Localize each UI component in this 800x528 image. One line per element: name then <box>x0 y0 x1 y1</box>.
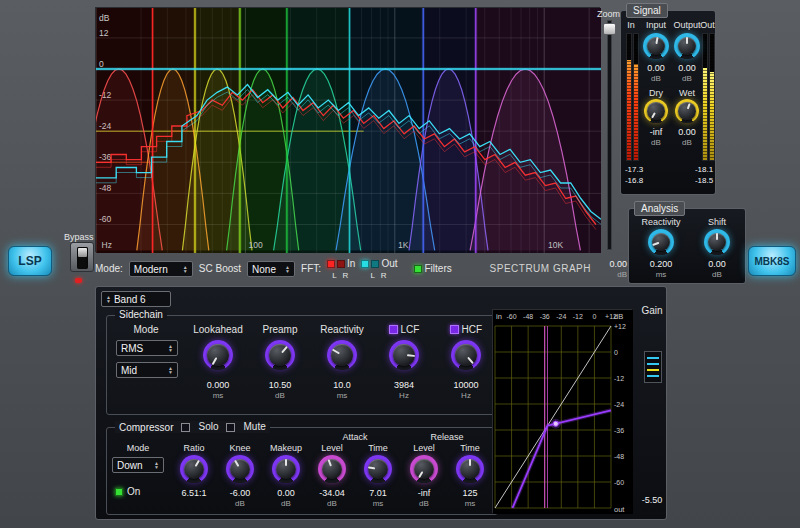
preamp-knob[interactable] <box>265 340 295 370</box>
spectrum-graph-title: SPECTRUM GRAPH <box>490 263 591 275</box>
band-gain-label: Gain <box>636 305 668 317</box>
mode-label: Mode: <box>95 263 123 275</box>
analysis-panel: Analysis Reactivity Shift 0.200ms 0.00dB <box>628 208 746 284</box>
output-gain-knob[interactable] <box>674 33 700 59</box>
compressor-group: Compressor Solo Mute Attack Release Mode… <box>106 427 498 515</box>
compressor-on-led[interactable] <box>115 488 123 496</box>
release-time-label: Time <box>447 442 493 454</box>
spectrum-panel: 120-12-24-36-48-60dBHz1001K10K <box>95 7 600 252</box>
release-level-label: Level <box>401 442 447 454</box>
compressor-mode-select[interactable]: Down ▲▼ <box>112 457 164 473</box>
hcf-knob[interactable] <box>451 340 481 370</box>
gain-fader-tick <box>647 363 659 365</box>
input-label: Input <box>641 19 671 31</box>
sidechain-mode-label: Mode <box>113 324 179 336</box>
release-time-knob[interactable] <box>456 455 484 483</box>
out-label: Out <box>698 19 717 31</box>
wet-knob[interactable] <box>675 99 699 123</box>
band-panel: ▲▼ Band 6 Sidechain Mode RMS ▲▼ Mid ▲▼ L… <box>95 286 667 520</box>
filters-led[interactable] <box>414 265 422 273</box>
lcf-knob[interactable] <box>389 340 419 370</box>
zoom-label: Zoom <box>597 8 620 20</box>
band-selector[interactable]: ▲▼ Band 6 <box>101 291 171 307</box>
svg-text:+12: +12 <box>614 323 626 330</box>
preamp-label: Preamp <box>249 324 311 336</box>
wet-label: Wet <box>672 87 702 99</box>
output-meter-right <box>709 33 715 161</box>
bypass-switch[interactable] <box>70 242 94 272</box>
makeup-knob[interactable] <box>272 455 300 483</box>
svg-text:-12: -12 <box>573 313 583 320</box>
zoom-slider-track <box>607 20 612 250</box>
preamp-value: 10.50dB <box>255 380 305 400</box>
band-gain-value: -5.50 <box>634 495 670 506</box>
dry-knob[interactable] <box>644 99 668 123</box>
fft-out-group: Out L R <box>361 258 397 280</box>
attack-level-knob[interactable] <box>318 455 346 483</box>
lcf-checkbox[interactable] <box>389 325 398 334</box>
release-level-value: -infdB <box>401 488 447 508</box>
analysis-reactivity-knob[interactable] <box>648 229 674 255</box>
knee-knob[interactable] <box>226 455 254 483</box>
fft-out-right-led[interactable] <box>371 260 379 268</box>
solo-label: Solo <box>198 421 218 433</box>
compressor-mode-value: Down <box>117 460 143 471</box>
attack-time-knob[interactable] <box>364 455 392 483</box>
compressor-on-group: On <box>115 486 140 498</box>
analysis-shift-value: 0.00dB <box>697 259 737 279</box>
ratio-value: 6.51:1 <box>171 488 217 499</box>
gain-fader-handle[interactable] <box>647 369 659 371</box>
zoom-slider-handle[interactable] <box>603 23 616 35</box>
input-gain-knob[interactable] <box>643 33 669 59</box>
gain-fader-tick <box>647 357 659 359</box>
lookahead-knob[interactable] <box>203 340 233 370</box>
svg-text:0: 0 <box>592 313 596 320</box>
spectrum-graph[interactable]: 120-12-24-36-48-60dBHz1001K10K <box>96 8 601 253</box>
plugin-window: LSP Bypass 120-12-24-36-48-60dBHz1001K10… <box>0 0 800 528</box>
sidechain-source-select[interactable]: Mid ▲▼ <box>116 362 178 378</box>
fft-out-left-led[interactable] <box>361 260 369 268</box>
solo-checkbox[interactable] <box>181 423 190 432</box>
fft-in-left-led[interactable] <box>327 260 335 268</box>
dry-value: -infdB <box>641 127 671 147</box>
hcf-checkbox[interactable] <box>450 325 459 334</box>
mode-select[interactable]: Modern ▲▼ <box>129 261 193 277</box>
compression-curve-graph[interactable]: in-60-48-36-24-120+12dB+120-12-24-36-48-… <box>493 310 633 514</box>
fft-in-lr-label: L R <box>332 271 350 280</box>
band-gain-fader[interactable] <box>644 351 662 383</box>
fft-in-right-led[interactable] <box>337 260 345 268</box>
svg-text:dB: dB <box>99 13 110 23</box>
attack-time-value: 7.01ms <box>355 488 401 508</box>
sc-boost-select-value: None <box>252 264 276 275</box>
lcf-label: LCF <box>373 324 435 336</box>
lsp-logo-button[interactable]: LSP <box>8 246 52 276</box>
svg-text:-12: -12 <box>614 375 624 382</box>
zoom-value: 0.00 dB <box>597 259 627 279</box>
release-level-knob[interactable] <box>410 455 438 483</box>
sc-boost-select[interactable]: None ▲▼ <box>247 261 295 277</box>
analysis-reactivity-label: Reactivity <box>633 216 689 228</box>
mbk8s-logo-button[interactable]: MBK8S <box>748 246 796 276</box>
analysis-shift-knob[interactable] <box>704 229 730 255</box>
sidechain-mode-value: RMS <box>121 343 143 354</box>
attack-time-label: Time <box>355 442 401 454</box>
svg-text:dB: dB <box>614 312 623 321</box>
bypass-led <box>75 278 82 283</box>
in-label: In <box>621 19 641 31</box>
sidechain-mode-select[interactable]: RMS ▲▼ <box>116 340 178 356</box>
compressor-mode-label: Mode <box>109 442 167 454</box>
knee-value: -6.00dB <box>217 488 263 508</box>
svg-text:0: 0 <box>614 349 618 356</box>
mute-checkbox[interactable] <box>226 423 235 432</box>
sidechain-reactivity-knob[interactable] <box>327 340 357 370</box>
dry-label: Dry <box>641 87 671 99</box>
svg-text:-60: -60 <box>507 313 517 320</box>
compression-curve-panel: in-60-48-36-24-120+12dB+120-12-24-36-48-… <box>492 309 632 513</box>
fft-label: FFT: <box>301 263 321 275</box>
zoom-slider[interactable] <box>603 20 616 250</box>
analysis-reactivity-value: 0.200ms <box>641 259 681 279</box>
ratio-knob[interactable] <box>180 455 208 483</box>
svg-text:12: 12 <box>99 28 109 38</box>
svg-text:100: 100 <box>248 240 262 250</box>
mute-label: Mute <box>243 421 265 433</box>
